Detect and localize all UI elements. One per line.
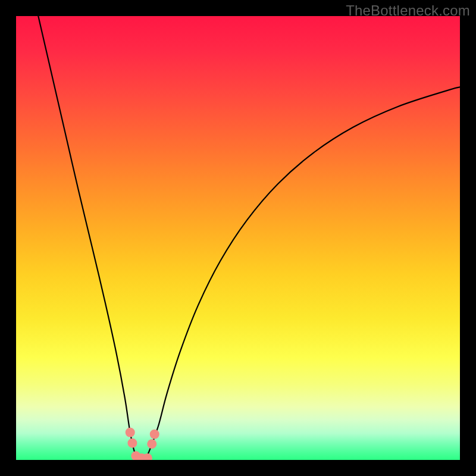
data-marker <box>126 428 135 437</box>
data-marker <box>127 439 137 448</box>
data-markers <box>126 428 159 460</box>
plot-area <box>16 16 460 460</box>
watermark-label: TheBottleneck.com <box>346 2 470 19</box>
chart-svg <box>16 16 460 460</box>
bottleneck-curve <box>38 16 460 459</box>
data-marker <box>147 439 156 449</box>
chart-frame: TheBottleneck.com <box>0 0 476 476</box>
data-marker <box>150 430 159 439</box>
